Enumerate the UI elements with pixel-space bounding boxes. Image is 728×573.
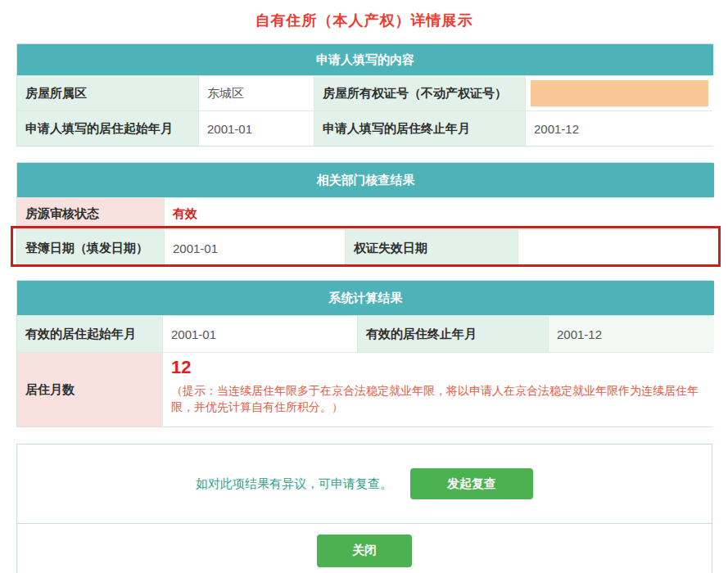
- close-button[interactable]: 关闭: [317, 535, 412, 567]
- status-valid-text: 有效: [173, 206, 197, 222]
- field-label-ownership-cert-number: 房屋所有权证号（不动产权证号）: [314, 76, 525, 111]
- field-value-cert-invalid-date: [518, 230, 714, 266]
- review-row: 如对此项结果有异议，可申请复查。 发起复查: [17, 444, 712, 524]
- close-row: 关闭: [17, 524, 712, 573]
- review-hint-text: 如对此项结果有异议，可申请复查。: [196, 476, 392, 492]
- field-value-review-status: 有效: [165, 198, 714, 229]
- field-label-valid-start: 有效的居住起始年月: [17, 316, 162, 352]
- field-value-valid-end: 2001-12: [549, 316, 714, 352]
- verification-section-header: 相关部门核查结果: [17, 163, 714, 197]
- applicant-section: 申请人填写的内容 房屋所属区 东城区 房屋所有权证号（不动产权证号） 申请人填写…: [16, 43, 712, 147]
- field-label-house-district: 房屋所属区: [17, 76, 198, 111]
- field-label-residence-months: 居住月数: [17, 353, 162, 426]
- field-value-residence-end: 2001-12: [526, 111, 713, 146]
- field-value-residence-start: 2001-01: [199, 111, 314, 146]
- field-value-house-district: 东城区: [199, 76, 314, 111]
- calculation-section: 系统计算结果 有效的居住起始年月 2001-01 有效的居住终止年月 2001-…: [16, 280, 712, 427]
- field-label-residence-start: 申请人填写的居住起始年月: [17, 111, 198, 146]
- field-value-residence-months: 12 （提示：当连续居住年限多于在京合法稳定就业年限，将以申请人在京合法稳定就业…: [163, 353, 714, 426]
- field-value-registration-date: 2001-01: [165, 230, 345, 266]
- footer-action-box: 如对此项结果有异议，可申请复查。 发起复查 关闭: [16, 444, 712, 573]
- start-review-button[interactable]: 发起复查: [410, 468, 533, 499]
- applicant-section-header: 申请人填写的内容: [17, 44, 713, 75]
- page-title: 自有住所（本人产权）详情展示: [0, 11, 728, 30]
- calculation-section-header: 系统计算结果: [17, 281, 714, 315]
- months-hint-text: （提示：当连续居住年限多于在京合法稳定就业年限，将以申请人在京合法稳定就业年限作…: [171, 382, 706, 415]
- highlighted-empty-field: [531, 80, 708, 106]
- field-value-ownership-cert-number: [526, 76, 713, 111]
- months-number: 12: [171, 356, 191, 379]
- field-label-valid-end: 有效的居住终止年月: [358, 316, 548, 352]
- housing-detail-page: 自有住所（本人产权）详情展示 申请人填写的内容 房屋所属区 东城区 房屋所有权证…: [0, 11, 728, 573]
- verification-section: 相关部门核查结果 房源审核状态 有效 登簿日期（填发日期） 2001-01 权证…: [16, 162, 712, 267]
- field-label-cert-invalid-date: 权证失效日期: [346, 230, 518, 266]
- field-label-review-status: 房源审核状态: [17, 198, 164, 229]
- field-label-registration-date: 登簿日期（填发日期）: [17, 230, 164, 266]
- field-label-residence-end: 申请人填写的居住终止年月: [314, 111, 525, 146]
- field-value-valid-start: 2001-01: [163, 316, 357, 352]
